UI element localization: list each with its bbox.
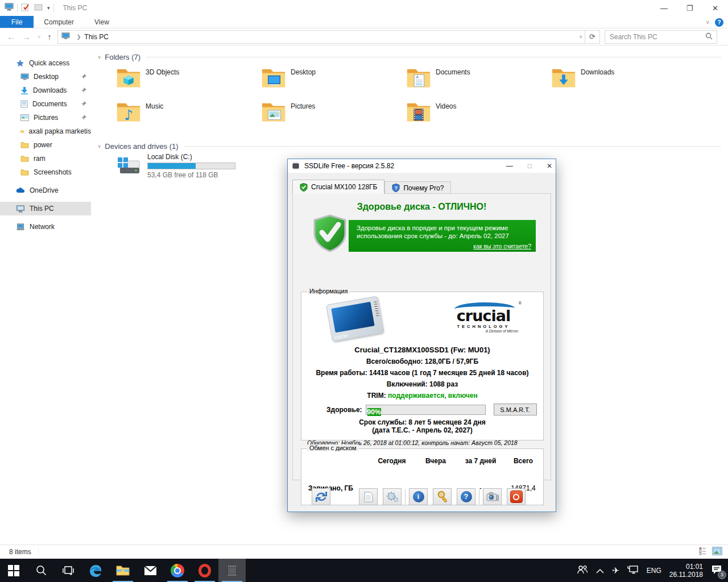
tab-drive[interactable]: Crucial MX100 128ГБ xyxy=(292,180,384,194)
minimize-button[interactable]: — xyxy=(651,0,677,16)
how-calculated-link[interactable]: как вы это считаете? xyxy=(473,243,531,250)
taskbar-mail-button[interactable] xyxy=(136,559,164,582)
restore-button[interactable]: ❐ xyxy=(677,0,702,16)
taskbar-opera-button[interactable] xyxy=(191,559,218,582)
help-icon[interactable]: ? xyxy=(715,18,723,27)
clock[interactable]: 01:01 26.11.2018 xyxy=(669,563,703,579)
information-legend: Информация xyxy=(307,288,350,294)
close-button[interactable]: ✕ xyxy=(702,0,728,16)
properties-button[interactable] xyxy=(21,3,30,14)
smart-button[interactable]: S.M.A.R.T. xyxy=(494,404,537,415)
details-view-button[interactable] xyxy=(699,547,709,557)
sidebar-item-power[interactable]: power xyxy=(0,138,91,152)
refresh-button[interactable]: ⟳ xyxy=(585,30,600,44)
forward-button[interactable]: → xyxy=(22,32,31,41)
screenshot-button[interactable] xyxy=(483,488,502,505)
breadcrumb-chevron[interactable]: ❯ xyxy=(77,34,81,40)
sidebar-item-screenshots[interactable]: Screenshots xyxy=(0,165,91,179)
taskbar-search-button[interactable] xyxy=(27,559,55,582)
hidden-icons-chevron[interactable] xyxy=(596,566,604,576)
collapse-chevron-icon[interactable]: ˅ xyxy=(98,144,101,149)
tab-why-pro[interactable]: ? Почему Pro? xyxy=(384,181,451,194)
power-on-line: Включений: 1088 раз xyxy=(301,380,543,388)
tab-file[interactable]: File xyxy=(0,16,34,28)
divider xyxy=(53,4,54,12)
sidebar-item-onedrive[interactable]: OneDrive xyxy=(0,184,91,197)
folder-tile-downloads[interactable]: Downloads xyxy=(551,64,696,98)
health-shield-icon xyxy=(312,214,348,255)
folders-group-header[interactable]: ˅ Folders (7) xyxy=(98,53,728,61)
breadcrumb[interactable]: This PC xyxy=(84,33,109,41)
ssdlife-maximize-button[interactable]: □ xyxy=(528,162,532,170)
download-icon xyxy=(20,86,28,94)
folder-icon xyxy=(20,169,29,176)
language-indicator[interactable]: ENG xyxy=(647,567,661,575)
task-view-button[interactable] xyxy=(55,559,82,582)
folder-tile-desktop[interactable]: Desktop xyxy=(260,64,406,98)
sidebar-item-documents[interactable]: Documents xyxy=(0,97,91,111)
taskbar-chrome-button[interactable] xyxy=(164,559,191,582)
pin-icon xyxy=(81,101,86,109)
folder-tile-pictures[interactable]: Pictures xyxy=(260,98,406,132)
collapse-chevron-icon[interactable]: ˅ xyxy=(98,55,101,60)
taskbar-file-explorer-button[interactable] xyxy=(109,559,136,582)
address-dropdown-chevron[interactable]: ˅ xyxy=(580,34,582,40)
system-tray: ✈ ENG 01:01 26.11.2018 3 xyxy=(577,559,728,582)
item-count: 8 items xyxy=(9,547,39,556)
ssdlife-minimize-button[interactable]: — xyxy=(506,162,513,170)
exit-button[interactable] xyxy=(507,488,526,505)
sidebar-item-network[interactable]: Network xyxy=(0,220,91,234)
taskbar-edge-button[interactable] xyxy=(82,559,109,582)
sidebar-item-pictures[interactable]: Pictures xyxy=(0,111,91,124)
info-button[interactable]: i xyxy=(409,488,428,505)
report-button[interactable] xyxy=(359,488,378,505)
new-folder-button[interactable] xyxy=(34,3,43,13)
folder-tile-3d-objects[interactable]: 3D Objects xyxy=(115,64,260,98)
power-icon xyxy=(510,490,523,503)
action-center-button[interactable]: 3 xyxy=(711,564,722,577)
airplane-mode-icon[interactable]: ✈ xyxy=(612,566,619,576)
this-pc-icon xyxy=(16,205,25,213)
devices-group-header[interactable]: ˅ Devices and drives (1) xyxy=(98,142,728,151)
folder-tile-videos[interactable]: Videos xyxy=(406,98,551,132)
back-button[interactable]: ← xyxy=(7,32,15,41)
tab-computer[interactable]: Computer xyxy=(34,16,84,28)
customize-qat-dropdown[interactable]: ▾ xyxy=(47,5,50,11)
people-icon[interactable] xyxy=(577,565,588,576)
search-icon[interactable] xyxy=(705,32,713,42)
sidebar-item-ram[interactable]: ram xyxy=(0,152,91,165)
ssdlife-close-button[interactable]: ✕ xyxy=(547,162,552,170)
ssdlife-titlebar[interactable]: SSDLife Free - версия 2.5.82 — □ ✕ xyxy=(288,159,556,173)
refresh-button[interactable] xyxy=(312,488,330,505)
search-input[interactable]: Search This PC xyxy=(605,30,717,44)
up-button[interactable]: ↑ xyxy=(47,32,52,41)
folder-tile-music[interactable]: ♪ Music xyxy=(115,98,260,132)
lifetime-line2: (дата T.E.C. - Апрель 02, 2027) xyxy=(301,426,543,434)
sidebar-item-this-pc[interactable]: This PC xyxy=(0,202,91,215)
health-banner: Здоровье диска в порядке и при текущем р… xyxy=(349,220,536,252)
sidebar-item-quick-access[interactable]: Quick access xyxy=(0,56,91,70)
settings-button[interactable] xyxy=(383,488,402,505)
question-icon: ? xyxy=(461,491,472,502)
network-icon[interactable] xyxy=(627,565,639,576)
green-shield-icon xyxy=(300,183,308,192)
sidebar-item-axali-papka[interactable]: axali papka marketis xyxy=(0,124,91,138)
onedrive-cloud-icon xyxy=(16,188,25,193)
table-header-row: Сегодня Вчера за 7 дней Всего xyxy=(301,457,543,465)
hard-drive-icon xyxy=(115,153,142,177)
svg-text:A: A xyxy=(415,75,419,79)
start-button[interactable] xyxy=(0,559,27,582)
taskbar: ✈ ENG 01:01 26.11.2018 3 xyxy=(0,559,728,582)
address-bar[interactable]: ❯ This PC ˅ xyxy=(57,30,585,44)
tab-view[interactable]: View xyxy=(84,16,119,28)
sidebar-item-desktop[interactable]: Desktop xyxy=(0,70,91,84)
register-button[interactable] xyxy=(433,488,452,505)
sidebar-item-downloads[interactable]: Downloads xyxy=(0,84,91,97)
ribbon-expand-chevron[interactable]: ˅ xyxy=(706,19,709,26)
taskbar-ssdlife-button[interactable] xyxy=(218,559,246,582)
opera-icon xyxy=(198,564,211,577)
recent-locations-dropdown[interactable]: ˅ xyxy=(38,34,40,40)
large-icons-view-button[interactable] xyxy=(712,547,722,557)
folder-tile-documents[interactable]: A Documents xyxy=(406,64,551,98)
help-button[interactable]: ? xyxy=(457,488,475,505)
